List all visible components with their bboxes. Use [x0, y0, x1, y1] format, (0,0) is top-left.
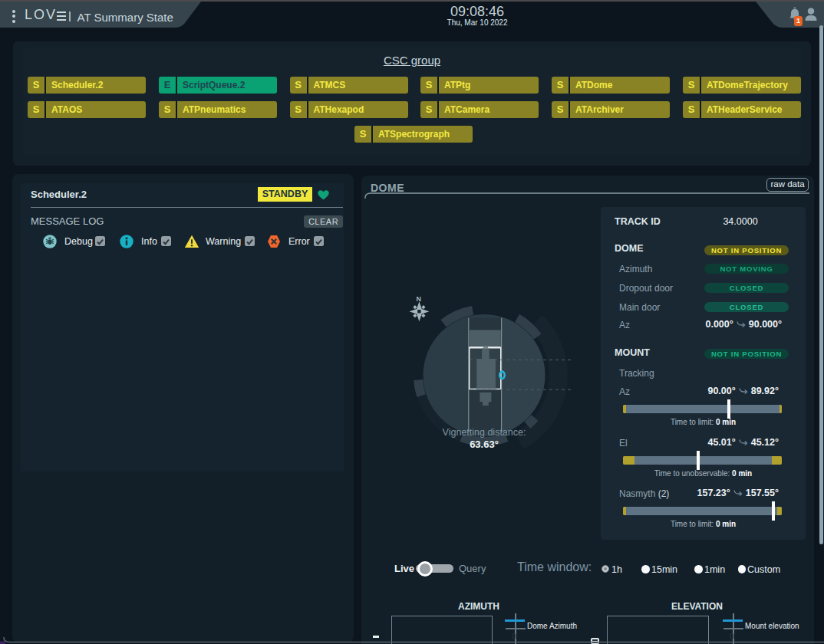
- svg-text:N: N: [416, 295, 421, 303]
